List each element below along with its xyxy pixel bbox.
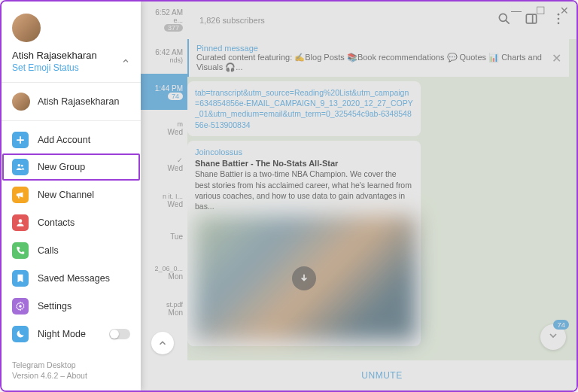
chat-item-active[interactable]: 1:44 PM74 [141, 74, 187, 110]
megaphone-icon [12, 187, 29, 203]
subscriber-count: 1,826 subscribers [199, 16, 265, 25]
menu-label: New Channel [38, 190, 94, 200]
plus-icon [12, 132, 29, 148]
bottom-bar: UNMUTE [187, 360, 576, 390]
menu-label: Night Mode [38, 329, 86, 339]
chat-time: Wed [168, 164, 183, 172]
chat-snippet: e... [173, 17, 183, 24]
chat-item[interactable]: Tue [141, 218, 187, 254]
menu-contacts[interactable]: Contacts [2, 208, 141, 236]
chat-time: Mon [169, 272, 183, 281]
chat-time: Mon [169, 308, 183, 317]
menu-settings[interactable]: Settings [2, 292, 141, 320]
phone-icon [12, 242, 29, 259]
app-footer: Telegram Desktop Version 4.6.2 – About [2, 351, 141, 390]
bookmark-icon [12, 270, 29, 287]
pinned-message[interactable]: Pinned message Curated content featuring… [187, 39, 569, 77]
message-bubble[interactable]: tab=transcript&utm_source=Reading%20List… [187, 81, 421, 136]
close-button[interactable]: ✕ [552, 2, 576, 20]
chat-time: Tue [170, 232, 183, 241]
group-icon [12, 159, 29, 175]
menu-label: Contacts [38, 217, 75, 228]
unread-badge: 74 [553, 320, 569, 330]
svg-line-5 [506, 20, 510, 24]
profile-name: Atish Rajasekharan [12, 50, 97, 61]
chat-snippet: st.pdf [166, 301, 183, 308]
menu-night-mode[interactable]: Night Mode [2, 320, 141, 348]
svg-point-3 [19, 305, 22, 308]
message-link[interactable]: tab=transcript&utm_source=Reading%20List… [195, 87, 413, 130]
menu-add-account[interactable]: Add Account [2, 126, 141, 153]
scroll-to-bottom-button[interactable]: 74 [540, 324, 566, 350]
chat-item[interactable]: st.pdfMon [141, 290, 187, 327]
set-emoji-status-link[interactable]: Set Emoji Status [12, 62, 97, 73]
chat-item[interactable]: n it. I...Wed [141, 182, 187, 218]
chat-item[interactable]: mWed [141, 110, 187, 146]
menu-label: Saved Messages [38, 273, 110, 284]
message-area: tab=transcript&utm_source=Reading%20List… [187, 81, 576, 360]
menu-label: Add Account [38, 135, 90, 145]
chat-snippet: 2_06_0... [154, 265, 183, 272]
chat-snippet: ✓ [177, 156, 183, 164]
collapse-chatlist-button[interactable] [151, 332, 174, 354]
svg-point-1 [21, 165, 23, 167]
person-icon [12, 214, 29, 231]
chevron-down-icon [547, 330, 559, 345]
menu-label: New Group [38, 162, 85, 172]
chat-item[interactable]: 6:42 AMnds) [141, 38, 187, 74]
night-mode-toggle[interactable] [109, 329, 130, 339]
chat-item[interactable]: ✓Wed [141, 146, 187, 182]
message-title: Shane Battier - The No-Stats All-Star [195, 158, 413, 169]
menu-label: Calls [38, 245, 59, 256]
moon-icon [12, 326, 29, 342]
close-icon[interactable]: ✕ [552, 51, 561, 65]
message-source: Joincolossus [195, 147, 413, 158]
menu-new-channel[interactable]: New Channel [2, 181, 141, 208]
account-name: Atish Rajasekharan [38, 96, 119, 107]
menu-label: Settings [38, 301, 71, 311]
menu-new-group[interactable]: New Group [2, 153, 140, 181]
chat-item[interactable]: 6:52 AMe...377 [141, 2, 187, 38]
divider [2, 120, 141, 121]
menu-saved-messages[interactable]: Saved Messages [2, 264, 141, 292]
divider [2, 82, 141, 83]
chat-snippet: nds) [169, 56, 183, 64]
pinned-title: Pinned message [196, 44, 549, 53]
unread-badge: 74 [168, 93, 183, 100]
chat-time: Wed [168, 128, 183, 136]
message-body: Shane Battier is a two-time NBA Champion… [195, 169, 413, 211]
unread-badge: 377 [164, 24, 183, 32]
window-controls: — ☐ ✕ [504, 2, 576, 20]
avatar[interactable] [12, 14, 41, 42]
chat-snippet: n it. I... [163, 193, 183, 200]
chat-item[interactable]: 2_06_0...Mon [141, 254, 187, 290]
chat-main: 1,826 subscribers Pinned message Curated… [187, 2, 576, 390]
message-bubble[interactable]: Joincolossus Shane Battier - The No-Stat… [187, 141, 421, 346]
chat-time: 1:44 PM [155, 84, 183, 93]
account-row[interactable]: Atish Rajasekharan [2, 87, 141, 116]
unmute-button[interactable]: UNMUTE [361, 370, 402, 381]
gear-icon [12, 298, 29, 315]
minimize-button[interactable]: — [504, 2, 528, 20]
chat-snippet: m [178, 120, 184, 128]
app-version[interactable]: Version 4.6.2 – About [12, 370, 130, 381]
chat-time: 6:42 AM [155, 48, 183, 56]
avatar-small [12, 93, 30, 111]
menu-calls[interactable]: Calls [2, 236, 141, 264]
profile-section: Atish Rajasekharan Set Emoji Status [2, 2, 141, 77]
pinned-content: Curated content featuring: ✍️Blog Posts … [196, 53, 542, 71]
maximize-button[interactable]: ☐ [528, 2, 552, 20]
chat-time: Wed [168, 200, 183, 208]
download-icon[interactable] [292, 266, 316, 290]
app-name: Telegram Desktop [12, 360, 130, 371]
chevron-up-icon[interactable] [121, 55, 130, 68]
chat-time: 6:52 AM [155, 8, 183, 17]
svg-point-2 [19, 219, 23, 223]
svg-point-0 [18, 164, 21, 167]
main-menu: Atish Rajasekharan Set Emoji Status Atis… [2, 2, 141, 390]
svg-point-10 [558, 23, 560, 25]
